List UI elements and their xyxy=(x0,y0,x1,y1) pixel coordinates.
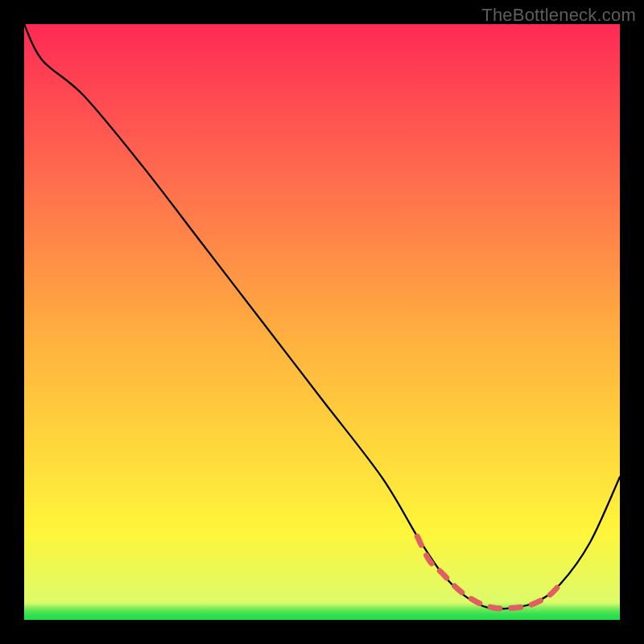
plot-area xyxy=(24,24,620,620)
chart-frame: TheBottleneck.com xyxy=(0,0,644,644)
watermark-label: TheBottleneck.com xyxy=(481,5,636,26)
chart-svg xyxy=(24,24,620,620)
gradient-background xyxy=(24,24,620,620)
